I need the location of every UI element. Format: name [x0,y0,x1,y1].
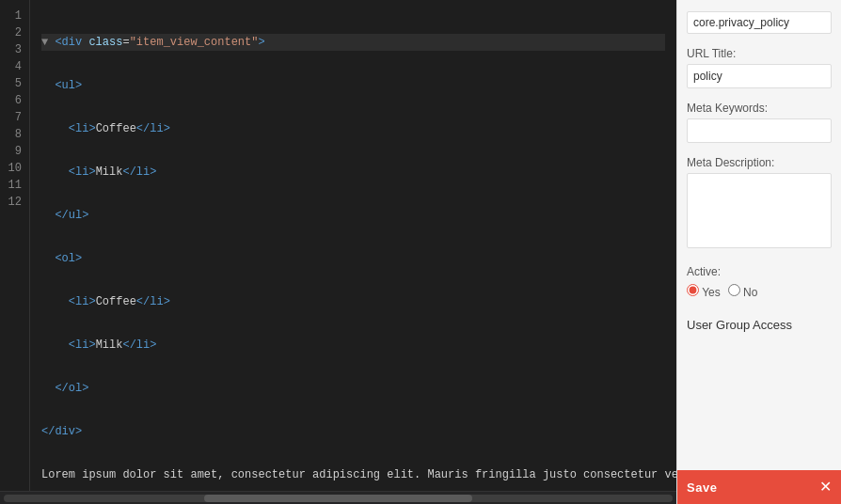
code-text-area[interactable]: ▼ <div class="item_view_content"> <ul> <… [30,0,676,491]
meta-description-input[interactable] [687,173,832,248]
scrollbar-thumb[interactable] [204,495,471,502]
line-number: 3 [0,41,22,58]
meta-keywords-label: Meta Keywords: [687,102,832,115]
active-no-label: No [743,286,757,299]
line-number: 11 [0,177,22,194]
code-line-7: <li>Coffee</li> [41,293,665,310]
line-number: 9 [0,143,22,160]
url-title-label: URL Title: [687,47,832,60]
code-editor: 1 2 3 4 5 6 7 8 9 10 11 12 ▼ <div class=… [0,0,676,504]
line-number: 7 [0,109,22,126]
line-number: 5 [0,75,22,92]
active-yes-radio[interactable] [687,284,699,296]
active-label: Active: [687,265,832,278]
code-line-5: </ul> [41,207,665,224]
active-no-option[interactable]: No [728,284,758,299]
url-title-input[interactable] [687,64,832,88]
url-field: core.privacy_policy [687,11,832,34]
code-line-8: <li>Milk</li> [41,337,665,354]
code-line-10: </div> [41,423,665,440]
active-section: Active: Yes No [687,265,832,305]
line-number: 4 [0,58,22,75]
code-line-11: Lorem ipsum dolor sit amet, consectetur … [41,466,665,483]
url-value-display: core.privacy_policy [687,11,832,34]
meta-description-label: Meta Description: [687,156,832,169]
close-button[interactable]: ✕ [819,480,832,495]
close-icon: ✕ [819,479,832,495]
code-line-6: <ol> [41,250,665,267]
active-yes-option[interactable]: Yes [687,284,721,299]
active-yes-label: Yes [702,286,721,299]
active-no-radio[interactable] [728,284,740,296]
code-line-1: ▼ <div class="item_view_content"> [41,34,665,51]
code-line-4: <li>Milk</li> [41,164,665,181]
code-line-3: <li>Coffee</li> [41,120,665,137]
line-number: 12 [0,194,22,211]
code-line-2: <ul> [41,77,665,94]
meta-description-field: Meta Description: [687,156,832,252]
line-numbers: 1 2 3 4 5 6 7 8 9 10 11 12 [0,0,30,491]
code-line-9: </ol> [41,380,665,397]
line-number: 1 [0,8,22,24]
line-number: 10 [0,160,22,177]
url-title-field: URL Title: [687,47,832,88]
line-number: 6 [0,92,22,109]
meta-keywords-input[interactable] [687,118,832,143]
horizontal-scrollbar[interactable] [0,491,676,504]
user-group-label: User Group Access [687,318,832,332]
active-radio-group: Yes No [687,284,832,305]
save-button[interactable]: Save [687,480,717,495]
line-number: 2 [0,24,22,41]
scrollbar-track [4,495,673,502]
user-group-section: User Group Access [687,318,832,332]
properties-sidebar: core.privacy_policy URL Title: Meta Keyw… [676,0,841,504]
line-number: 8 [0,126,22,143]
meta-keywords-field: Meta Keywords: [687,102,832,143]
save-bar: Save ✕ [677,470,841,504]
